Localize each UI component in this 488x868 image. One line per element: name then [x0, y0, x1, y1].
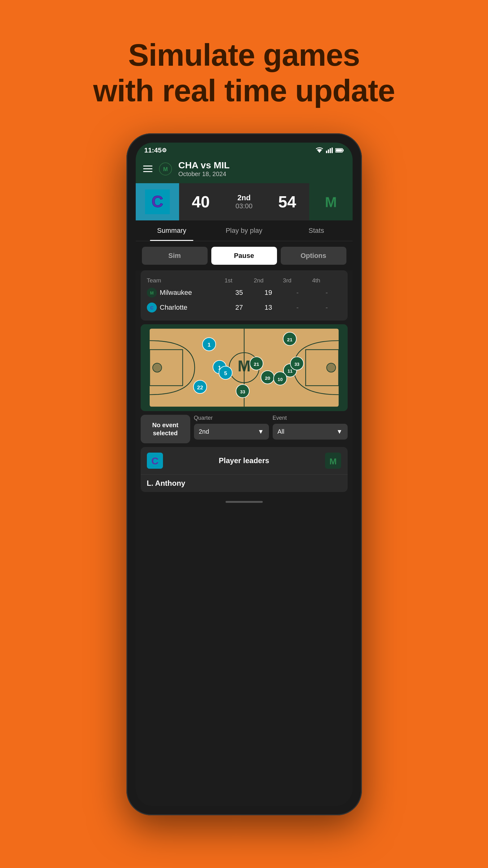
svg-text:33: 33: [294, 362, 299, 367]
table-row: M Milwaukee 35 19 - -: [147, 285, 341, 300]
mil-q4: -: [312, 285, 341, 300]
tab-stats[interactable]: Stats: [280, 220, 352, 241]
leaders-body: L. Anthony: [141, 475, 348, 492]
phone-frame: 11:45 ⚙: [126, 133, 362, 815]
svg-text:M: M: [150, 290, 154, 296]
cha-logo-icon: C: [145, 189, 170, 214]
svg-text:20: 20: [265, 375, 270, 381]
headline: Simulate games with real time update: [93, 37, 395, 108]
menu-button[interactable]: [143, 165, 153, 172]
tab-summary[interactable]: Summary: [136, 220, 208, 241]
team-left-panel: C: [136, 183, 179, 220]
no-event-box: No event selected: [141, 415, 190, 443]
leaders-header: C Player leaders M: [141, 447, 348, 475]
home-bar: [226, 501, 263, 503]
signal-icon: [326, 148, 333, 153]
court-svg: M 1 1 5 22 21 21 20 33: [141, 324, 348, 411]
svg-rect-3: [330, 148, 331, 153]
mil-team-name: Milwaukee: [160, 289, 192, 297]
event-dropdown[interactable]: All ▼: [273, 424, 348, 440]
sim-button[interactable]: Sim: [142, 247, 207, 265]
match-info: CHA vs MIL October 18, 2024: [178, 160, 345, 178]
svg-text:5: 5: [224, 370, 227, 376]
score-center: 40 2nd 03:00 54: [179, 183, 309, 220]
headline-line1: Simulate games: [93, 37, 395, 73]
svg-text:21: 21: [287, 337, 292, 342]
svg-point-21: [153, 363, 161, 372]
options-button[interactable]: Options: [281, 247, 347, 265]
svg-text:C: C: [151, 455, 158, 467]
svg-text:22: 22: [197, 384, 203, 391]
phone-screen: 11:45 ⚙: [136, 143, 353, 806]
col-q4: 4th: [312, 276, 341, 285]
tab-play-by-play[interactable]: Play by play: [208, 220, 280, 241]
svg-text:21: 21: [254, 362, 259, 367]
mil-q1: 35: [225, 285, 254, 300]
svg-text:33: 33: [240, 390, 245, 394]
svg-text:C: C: [150, 305, 153, 310]
score-left: 40: [192, 192, 210, 211]
wifi-icon: [316, 147, 323, 153]
quarter-scores-table: Team 1st 2nd 3rd 4th M: [141, 270, 348, 320]
col-team: Team: [147, 276, 225, 285]
svg-text:1: 1: [207, 342, 210, 348]
tab-bar: Summary Play by play Stats: [136, 220, 353, 241]
status-bar: 11:45 ⚙: [136, 143, 353, 157]
event-label: Event: [273, 415, 348, 421]
svg-marker-0: [317, 150, 322, 153]
player-name: L. Anthony: [147, 479, 185, 487]
cha-row-logo: C: [147, 303, 157, 312]
event-selector: No event selected Quarter 2nd ▼ Event A: [141, 415, 348, 443]
cha-q3: -: [283, 300, 312, 315]
event-chevron-icon: ▼: [336, 428, 343, 435]
svg-rect-1: [326, 151, 327, 153]
headline-line2: with real time update: [93, 73, 395, 108]
no-event-text: No event selected: [146, 421, 185, 437]
team-mil-cell: M Milwaukee: [147, 288, 225, 298]
team-right-panel: M: [309, 183, 353, 220]
svg-rect-2: [328, 149, 329, 153]
quarter-dropdown[interactable]: 2nd ▼: [194, 424, 269, 440]
cha-q1: 27: [225, 300, 254, 315]
svg-text:M: M: [325, 194, 336, 210]
score-right: 54: [278, 192, 296, 211]
cha-q4: -: [312, 300, 341, 315]
app-header: M CHA vs MIL October 18, 2024: [136, 157, 353, 183]
settings-icon: ⚙: [162, 147, 167, 154]
svg-text:M: M: [163, 166, 168, 173]
home-indicator: [136, 496, 353, 508]
mil-q2: 19: [254, 285, 283, 300]
svg-rect-6: [343, 149, 344, 151]
status-time: 11:45: [144, 146, 162, 154]
svg-rect-7: [336, 149, 342, 152]
svg-text:11: 11: [288, 369, 292, 374]
cha-q2: 13: [254, 300, 283, 315]
event-filter: Event All ▼: [273, 415, 348, 440]
team-cha-cell: C Charlotte: [147, 303, 225, 312]
svg-point-23: [327, 363, 335, 372]
battery-icon: [335, 148, 344, 153]
mil-logo-icon: M: [319, 189, 343, 214]
headline-container: Simulate games with real time update: [93, 19, 395, 108]
mil-logo-small-icon: M: [159, 162, 172, 176]
cha-team-name: Charlotte: [160, 304, 188, 312]
col-q2: 2nd: [254, 276, 283, 285]
scoreboard: C 40 2nd 03:00 54 M: [136, 183, 353, 220]
cha-leaders-logo-icon: C: [147, 453, 163, 469]
filters-section: Quarter 2nd ▼ Event All ▼: [194, 415, 348, 443]
game-controls: Sim Pause Options: [136, 241, 353, 270]
col-q3: 3rd: [283, 276, 312, 285]
table-row: C Charlotte 27 13 - -: [147, 300, 341, 315]
time-display: 03:00: [235, 202, 253, 210]
match-date: October 18, 2024: [178, 170, 345, 178]
filters-row: Quarter 2nd ▼ Event All ▼: [194, 415, 348, 440]
team-logo-header: M: [158, 161, 173, 176]
svg-text:10: 10: [278, 377, 283, 382]
event-value: All: [278, 428, 285, 435]
leaders-title: Player leaders: [219, 456, 269, 465]
game-clock: 2nd 03:00: [235, 193, 253, 210]
pause-button[interactable]: Pause: [211, 247, 277, 265]
quarter-label: Quarter: [194, 415, 269, 421]
mil-row-logo: M: [147, 288, 157, 298]
player-leaders-section: C Player leaders M L. Anthony: [141, 447, 348, 492]
